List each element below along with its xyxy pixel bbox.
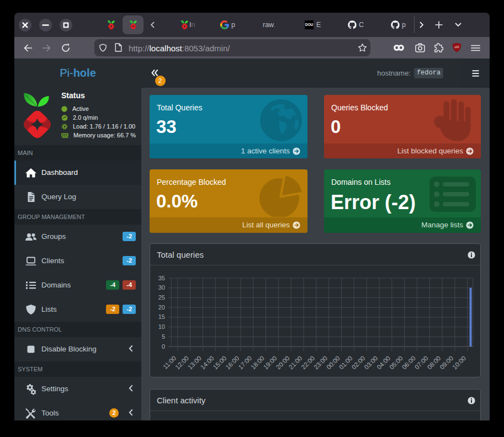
svg-text:25: 25 [158,294,165,301]
svg-text:07:00: 07:00 [413,355,429,371]
svg-text:11:00: 11:00 [162,355,177,370]
svg-text:19:00: 19:00 [262,355,278,371]
svg-text:22:00: 22:00 [300,355,316,371]
svg-text:13:00: 13:00 [187,355,203,371]
svg-text:16:00: 16:00 [224,355,240,371]
svg-text:10: 10 [158,323,165,330]
svg-text:14:00: 14:00 [199,355,215,371]
svg-text:02:00: 02:00 [351,355,367,371]
svg-text:04:00: 04:00 [375,355,391,371]
svg-text:35: 35 [158,275,165,281]
svg-text:20:00: 20:00 [275,355,291,371]
svg-text:05:00: 05:00 [388,355,404,371]
svg-text:09:00: 09:00 [438,355,454,371]
svg-text:00:00: 00:00 [325,355,341,371]
svg-text:03:00: 03:00 [363,355,379,371]
svg-text:23:00: 23:00 [312,355,328,371]
svg-text:20: 20 [158,304,165,311]
svg-text:0: 0 [162,343,165,350]
svg-text:21:00: 21:00 [288,355,304,371]
svg-text:15: 15 [158,313,165,320]
svg-text:30: 30 [158,284,165,291]
svg-text:06:00: 06:00 [401,355,417,371]
svg-text:12:00: 12:00 [174,355,190,371]
svg-text:18:00: 18:00 [250,355,266,371]
svg-text:15:00: 15:00 [212,355,228,371]
svg-text:17:00: 17:00 [237,355,253,371]
svg-text:08:00: 08:00 [426,355,442,371]
svg-text:uO: uO [454,45,459,49]
svg-text:10:00: 10:00 [451,355,467,371]
svg-text:01:00: 01:00 [338,355,354,371]
svg-text:5: 5 [162,333,165,340]
